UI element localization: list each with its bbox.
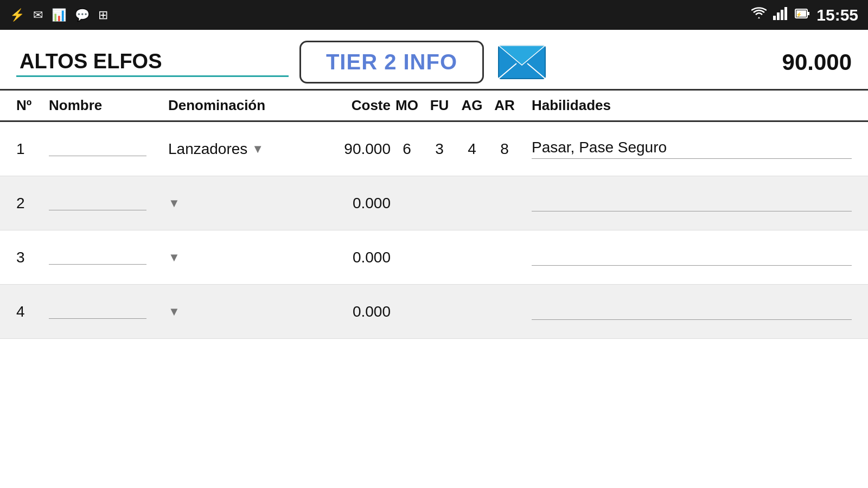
row-denom: ▼: [168, 251, 309, 265]
status-bar-right: ⚡ 15:55: [751, 6, 858, 24]
col-header-ar: AR: [488, 97, 521, 114]
tier-button[interactable]: TIER 2 INFO: [299, 41, 484, 84]
wifi-icon: [751, 7, 767, 23]
denom-text: Lanzadores: [168, 140, 247, 158]
nombre-input[interactable]: [49, 196, 146, 210]
table-row: 3 ▼ 0.000: [0, 230, 868, 285]
col-header-denominacion: Denominación: [168, 97, 309, 114]
svg-rect-5: [807, 12, 809, 15]
col-header-fu: FU: [423, 97, 456, 114]
row-fu: 3: [423, 140, 456, 158]
row-ag: 4: [456, 140, 488, 158]
row-denom: Lanzadores ▼: [168, 140, 309, 158]
table-row: 4 ▼ 0.000: [0, 285, 868, 339]
row-hab: [521, 249, 852, 266]
habilidades-empty: [532, 304, 852, 320]
column-headers: Nº Nombre Denominación Coste MO FU AG AR…: [0, 91, 868, 122]
row-coste: 0.000: [309, 195, 391, 212]
dropdown-arrow-icon[interactable]: ▼: [168, 251, 180, 265]
row-coste: 90.000: [309, 140, 391, 158]
row-coste: 0.000: [309, 249, 391, 266]
row-ar: 8: [488, 140, 521, 158]
chart-icon: 📊: [52, 8, 66, 22]
svg-rect-0: [773, 16, 776, 20]
status-bar: ⚡ ✉ 📊 💬 ⊞: [0, 0, 868, 30]
col-header-coste: Coste: [309, 97, 391, 114]
nombre-input[interactable]: [49, 142, 146, 156]
svg-rect-1: [777, 12, 780, 20]
row-nombre[interactable]: [49, 196, 168, 210]
row-mo: 6: [391, 140, 423, 158]
habilidades-text: Pasar, Pase Seguro: [532, 139, 852, 159]
svg-rect-2: [781, 10, 783, 20]
habilidades-empty: [532, 195, 852, 211]
row-nombre[interactable]: [49, 304, 168, 319]
col-header-nombre: Nombre: [49, 97, 168, 114]
nombre-input[interactable]: [49, 250, 146, 265]
row-coste: 0.000: [309, 303, 391, 320]
email-icon: ✉: [33, 8, 43, 22]
row-no: 1: [16, 140, 49, 158]
row-hab: [521, 195, 852, 211]
row-nombre[interactable]: [49, 250, 168, 265]
row-denom: ▼: [168, 196, 309, 210]
rows-container: 1 Lanzadores ▼ 90.000 6 3 4 8 Pasar, Pas…: [0, 122, 868, 339]
col-header-ag: AG: [456, 97, 488, 114]
total-value: 90.000: [782, 49, 852, 75]
nombre-input[interactable]: [49, 304, 146, 319]
dropdown-arrow-icon[interactable]: ▼: [168, 305, 180, 319]
row-no: 3: [16, 249, 49, 266]
col-header-mo: MO: [391, 97, 423, 114]
dropdown-arrow-icon[interactable]: ▼: [252, 142, 264, 156]
habilidades-empty: [532, 249, 852, 266]
header-row: TIER 2 INFO 90.000: [0, 30, 868, 91]
row-hab: [521, 304, 852, 320]
svg-text:⚡: ⚡: [796, 11, 802, 18]
signal-icon: [773, 7, 788, 23]
col-header-habilidades: Habilidades: [521, 97, 852, 114]
row-denom: ▼: [168, 305, 309, 319]
row-nombre[interactable]: [49, 142, 168, 156]
mail-icon-container[interactable]: [495, 44, 549, 80]
status-bar-left: ⚡ ✉ 📊 💬 ⊞: [10, 8, 108, 22]
main-content: TIER 2 INFO 90.000 Nº Nombre Denominació…: [0, 30, 868, 339]
status-time: 15:55: [816, 6, 858, 24]
grid-icon: ⊞: [98, 8, 108, 22]
col-header-no: Nº: [16, 97, 49, 114]
brain-icon: 💬: [75, 8, 90, 22]
mail-icon: [497, 44, 546, 80]
team-name-input[interactable]: [16, 48, 289, 77]
table-row: 2 ▼ 0.000: [0, 176, 868, 230]
usb-icon: ⚡: [10, 8, 24, 22]
svg-rect-3: [784, 7, 787, 20]
row-no: 4: [16, 303, 49, 320]
dropdown-arrow-icon[interactable]: ▼: [168, 196, 180, 210]
row-no: 2: [16, 195, 49, 212]
battery-icon: ⚡: [795, 7, 810, 23]
table-row: 1 Lanzadores ▼ 90.000 6 3 4 8 Pasar, Pas…: [0, 122, 868, 176]
row-hab: Pasar, Pase Seguro: [521, 139, 852, 159]
